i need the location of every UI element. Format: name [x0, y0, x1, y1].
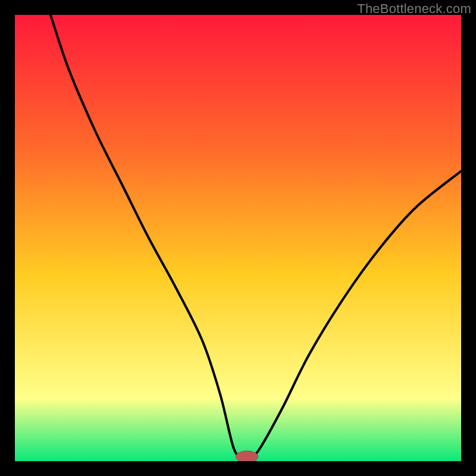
- plot-area: [15, 15, 461, 461]
- bottleneck-chart: [15, 15, 461, 461]
- gradient-background: [15, 15, 461, 461]
- optimum-marker: [236, 451, 258, 461]
- chart-frame: TheBottleneck.com: [0, 0, 476, 476]
